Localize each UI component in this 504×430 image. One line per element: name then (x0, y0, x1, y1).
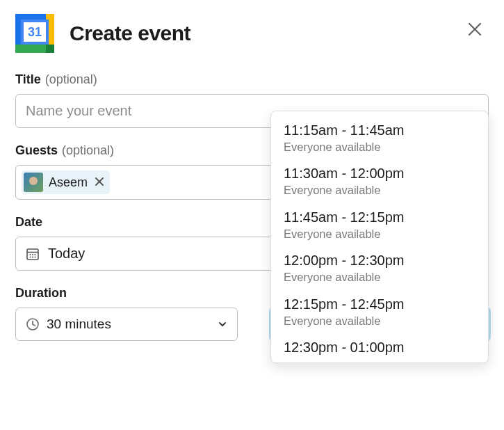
time-option[interactable]: 12:30pm - 01:00pm (271, 335, 488, 360)
close-button[interactable] (465, 19, 485, 39)
title-optional: (optional) (45, 72, 97, 87)
svg-rect-4 (15, 45, 46, 53)
time-option-avail: Everyone available (284, 140, 475, 154)
duration-value: 30 minutes (47, 317, 111, 332)
guests-label-text: Guests (15, 143, 58, 158)
svg-point-16 (32, 254, 33, 255)
time-option-avail: Everyone available (284, 314, 475, 328)
time-option-avail: Everyone available (284, 270, 475, 285)
time-option-time: 12:00pm - 12:30pm (284, 251, 475, 270)
time-option[interactable]: 11:30am - 12:00pm Everyone available (271, 161, 488, 205)
svg-line-23 (33, 324, 35, 326)
time-option[interactable]: 11:45am - 12:15pm Everyone available (271, 205, 488, 248)
time-option-time: 12:30pm - 01:00pm (284, 338, 475, 357)
close-icon (467, 22, 482, 37)
time-option[interactable]: 11:15am - 11:45am Everyone available (271, 118, 488, 161)
svg-point-18 (30, 256, 31, 257)
svg-point-15 (30, 254, 31, 255)
duration-label-text: Duration (15, 286, 67, 301)
modal-header: 31 Create event (15, 14, 489, 53)
time-option-avail: Everyone available (284, 227, 475, 241)
guests-optional: (optional) (62, 143, 114, 158)
date-label-text: Date (15, 215, 42, 230)
time-option-time: 11:15am - 11:45am (284, 121, 475, 140)
guest-chip-name: Aseem (49, 175, 88, 190)
svg-text:31: 31 (28, 25, 42, 39)
avatar (24, 173, 43, 192)
calendar-icon (26, 247, 40, 261)
time-option-time: 12:15pm - 12:45pm (284, 295, 475, 314)
date-value: Today (48, 246, 85, 262)
duration-label: Duration (15, 286, 238, 301)
clock-icon (26, 317, 40, 331)
svg-point-17 (35, 254, 36, 255)
time-option[interactable]: 12:15pm - 12:45pm Everyone available (271, 292, 488, 335)
guest-chip: Aseem (22, 170, 110, 194)
time-option[interactable]: 12:00pm - 12:30pm Everyone available (271, 248, 488, 292)
time-option-time: 11:30am - 12:00pm (284, 164, 475, 183)
svg-point-19 (32, 256, 33, 257)
google-calendar-icon: 31 (15, 14, 54, 53)
duration-select[interactable]: 30 minutes (15, 308, 238, 341)
title-label-text: Title (15, 72, 41, 87)
remove-guest-button[interactable] (95, 175, 104, 190)
svg-rect-5 (46, 45, 54, 53)
duration-group: Duration 30 minutes (15, 286, 238, 341)
svg-point-20 (35, 256, 36, 257)
title-label: Title (optional) (15, 72, 489, 87)
time-dropdown: 11:15am - 11:45am Everyone available 11:… (270, 111, 489, 363)
time-option-time: 11:45am - 12:15pm (284, 208, 475, 227)
x-icon (95, 177, 104, 186)
chevron-down-icon (218, 319, 227, 329)
time-option-avail: Everyone available (284, 183, 475, 198)
modal-title: Create event (70, 22, 190, 45)
